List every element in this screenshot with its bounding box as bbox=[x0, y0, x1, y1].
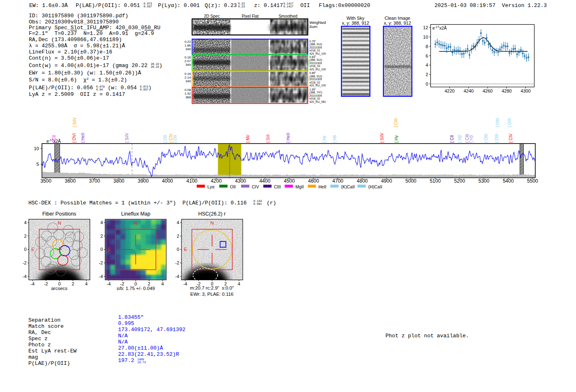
svg-text:0: 0 bbox=[24, 247, 26, 252]
svg-text:N: N bbox=[134, 220, 137, 225]
svg-text:-4: -4 bbox=[23, 274, 27, 279]
svg-text:2: 2 bbox=[177, 234, 179, 239]
svg-text:-4: -4 bbox=[107, 281, 111, 286]
svg-text:4: 4 bbox=[161, 281, 164, 286]
svg-text:-4: -4 bbox=[175, 274, 179, 279]
svg-text:4: 4 bbox=[238, 281, 240, 286]
svg-text:4: 4 bbox=[85, 281, 88, 286]
svg-text:-2: -2 bbox=[120, 281, 124, 286]
svg-text:-4: -4 bbox=[99, 274, 103, 279]
svg-text:-2: -2 bbox=[23, 260, 27, 265]
svg-text:4: 4 bbox=[177, 220, 179, 225]
svg-text:2: 2 bbox=[100, 234, 103, 239]
svg-text:4: 4 bbox=[100, 220, 103, 225]
svg-text:0: 0 bbox=[135, 281, 137, 286]
svg-text:0: 0 bbox=[177, 247, 179, 252]
svg-text:E: E bbox=[31, 247, 35, 252]
svg-text:0: 0 bbox=[58, 281, 60, 286]
svg-text:0: 0 bbox=[211, 281, 213, 286]
svg-text:-2: -2 bbox=[44, 281, 48, 286]
svg-text:N: N bbox=[210, 220, 214, 225]
svg-text:E: E bbox=[184, 247, 187, 252]
svg-text:N: N bbox=[58, 220, 61, 225]
svg-text:-2: -2 bbox=[175, 260, 179, 265]
svg-text:2: 2 bbox=[24, 234, 26, 239]
svg-text:-2: -2 bbox=[99, 260, 103, 265]
svg-text:-2: -2 bbox=[197, 281, 201, 286]
svg-text:2: 2 bbox=[148, 281, 150, 286]
svg-text:2: 2 bbox=[72, 281, 74, 286]
svg-text:0: 0 bbox=[100, 247, 103, 252]
svg-text:4: 4 bbox=[24, 220, 26, 225]
svg-text:-4: -4 bbox=[183, 281, 187, 286]
svg-text:2: 2 bbox=[224, 281, 227, 286]
svg-text:E: E bbox=[108, 247, 111, 252]
svg-text:-4: -4 bbox=[30, 281, 35, 286]
